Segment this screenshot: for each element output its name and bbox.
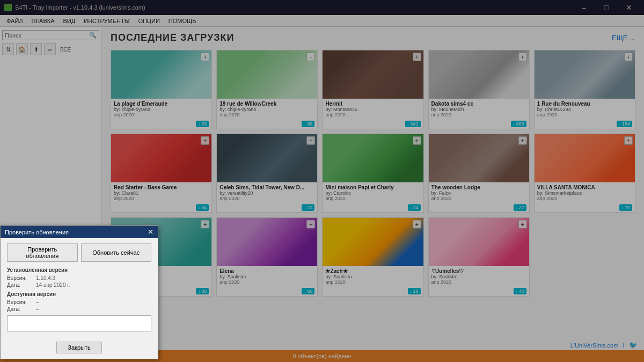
installed-date-label: Дата: [7,282,34,288]
installed-section-title: Установленная версия [7,267,151,273]
available-date-value: – [36,306,39,312]
modal-close-button[interactable]: Закрыть [56,342,101,353]
installed-version-row: Версия: 1.10.4.3 [7,275,151,281]
available-version-row: Версия: – [7,299,151,305]
available-version-label: Версия: [7,299,34,305]
modal-header: Проверить обновления ✕ [1,226,158,238]
installed-version-value: 1.10.4.3 [36,275,55,281]
check-updates-button[interactable]: Проверить обновления [7,243,78,262]
available-version-value: – [36,299,39,305]
installed-date-row: Дата: 14 апр 2020 г. [7,282,151,288]
available-section-title: Доступная версия [7,291,151,297]
modal-body: Проверить обновления Обновить сейчас Уст… [1,238,158,338]
update-modal: Проверить обновления ✕ Проверить обновле… [0,225,158,359]
available-version-section: Доступная версия Версия: – Дата: – [7,291,151,333]
installed-version-section: Установленная версия Версия: 1.10.4.3 Да… [7,267,151,288]
installed-version-label: Версия: [7,275,34,281]
update-now-button[interactable]: Обновить сейчас [81,243,152,262]
available-date-row: Дата: – [7,306,151,312]
installed-date-value: 14 апр 2020 г. [36,282,70,288]
modal-footer: Закрыть [1,338,158,359]
modal-header-close[interactable]: ✕ [148,228,153,236]
available-date-label: Дата: [7,306,34,312]
modal-title: Проверить обновления [5,229,69,235]
available-info-textarea[interactable] [7,315,151,331]
modal-buttons: Проверить обновления Обновить сейчас [7,243,151,262]
